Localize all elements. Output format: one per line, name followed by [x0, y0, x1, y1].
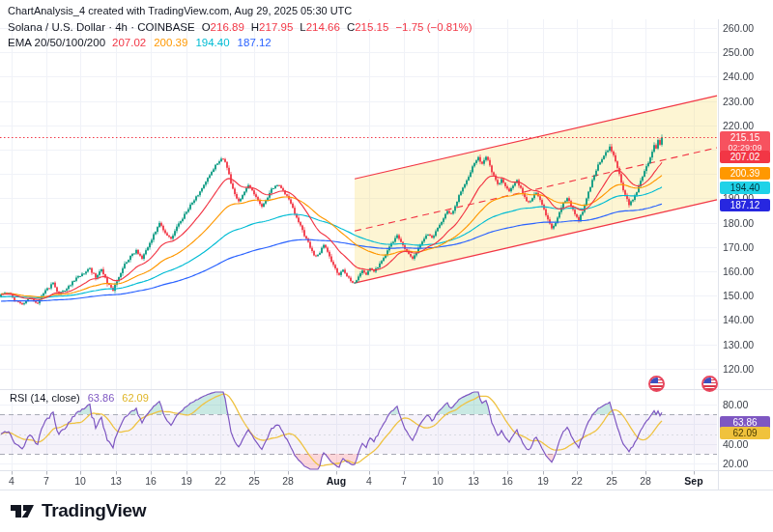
time-tick-16: 16 — [501, 475, 513, 487]
ema-value-3: 187.12 — [238, 37, 272, 48]
chart-canvas[interactable] — [0, 0, 773, 532]
ohlc-values: O216.89H217.95L214.66C215.15 — [202, 21, 389, 33]
ema20-badge: 207.02 — [720, 151, 770, 163]
time-tick-10: 10 — [74, 475, 86, 487]
time-tick-7: 7 — [43, 475, 49, 487]
rsi-value: 63.86 — [88, 392, 115, 404]
price-axis-label: 140.00 — [723, 314, 754, 325]
rsi-axis-label: 80.00 — [723, 399, 748, 410]
tradingview-chart: ChartAnalysis_4 created with TradingView… — [0, 0, 773, 532]
price-axis-label: 220.00 — [723, 120, 754, 131]
time-tick-13: 13 — [468, 475, 479, 487]
price-axis-label: 130.00 — [723, 339, 754, 350]
ohlc-o: O216.89 — [202, 21, 244, 33]
ema-legend[interactable]: EMA 20/50/100/200 207.02200.39194.40187.… — [8, 37, 272, 48]
chart-export-title: ChartAnalysis_4 created with TradingView… — [8, 5, 352, 16]
time-tick-19: 19 — [181, 475, 192, 487]
time-tick-25: 25 — [606, 475, 617, 487]
time-tick-22: 22 — [215, 475, 226, 487]
time-tick-19: 19 — [537, 475, 549, 487]
symbol-title: Solana / U.S. Dollar · 4h · COINBASE — [8, 21, 195, 33]
price-axis-label: 120.00 — [723, 363, 754, 375]
ema-value-1: 200.39 — [154, 37, 187, 48]
tradingview-logo[interactable]: TradingView — [10, 498, 146, 523]
price-axis-label: 250.00 — [723, 46, 754, 58]
last-price-badge: 215.1502:29:09 — [720, 131, 770, 153]
rsi-label: RSI (14, close) — [10, 392, 80, 404]
us-flag-event-icon[interactable] — [701, 376, 718, 392]
rsi-axis-label: 20.00 — [723, 458, 748, 469]
ema-values: 207.02200.39194.40187.12 — [112, 37, 272, 48]
price-axis-label: 240.00 — [723, 70, 754, 82]
time-tick-4: 4 — [9, 475, 14, 487]
tradingview-logo-text: TradingView — [42, 500, 146, 521]
us-flag-event-icon[interactable] — [648, 376, 665, 392]
ohlc-l: L214.66 — [300, 21, 340, 33]
time-tick-7: 7 — [401, 475, 407, 487]
time-tick-4: 4 — [366, 475, 372, 487]
ema50-badge: 200.39 — [720, 167, 770, 180]
price-axis-label: 260.00 — [723, 22, 754, 34]
tradingview-logo-icon — [10, 498, 35, 523]
rsi-ma-value: 62.09 — [122, 392, 149, 404]
time-tick-22: 22 — [571, 475, 583, 487]
time-tick-28: 28 — [640, 475, 651, 487]
rsi-legend[interactable]: RSI (14, close) 63.86 62.09 — [10, 392, 149, 404]
ema-value-0: 207.02 — [112, 37, 146, 48]
rsi-axis-label: 40.00 — [723, 438, 748, 450]
ohlc-h: H217.95 — [251, 21, 294, 33]
ema100-badge: 194.40 — [720, 182, 770, 194]
time-tick-16: 16 — [145, 475, 157, 487]
time-tick-13: 13 — [110, 475, 122, 487]
ohlc-c: C215.15 — [347, 21, 389, 33]
ema-value-2: 194.40 — [195, 37, 229, 48]
price-axis-label: 180.00 — [723, 217, 754, 229]
price-axis-label: 160.00 — [723, 266, 754, 277]
time-tick-25: 25 — [248, 475, 260, 487]
ema200-badge: 187.12 — [720, 199, 770, 211]
price-axis-label: 170.00 — [723, 241, 754, 253]
time-tick-sep: Sep — [684, 475, 702, 487]
ema-label: EMA 20/50/100/200 — [8, 37, 105, 48]
price-axis-label: 150.00 — [723, 290, 754, 301]
rsi-ma-badge: 62.09 — [720, 427, 770, 439]
symbol-legend[interactable]: Solana / U.S. Dollar · 4h · COINBASE O21… — [8, 21, 472, 33]
price-axis-label: 230.00 — [723, 96, 754, 107]
time-tick-aug: Aug — [327, 475, 346, 487]
change-value: −1.75 (−0.81%) — [395, 21, 472, 33]
time-tick-28: 28 — [282, 475, 294, 487]
time-tick-10: 10 — [432, 475, 444, 487]
